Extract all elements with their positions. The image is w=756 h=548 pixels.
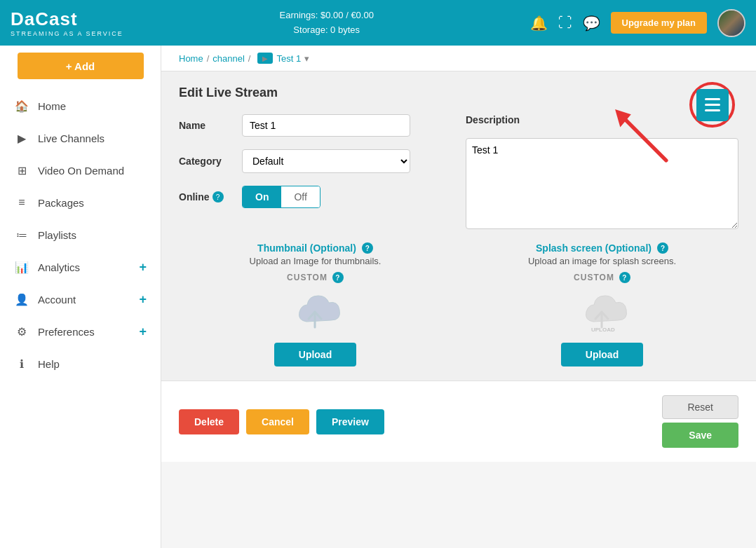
avatar[interactable] — [717, 9, 745, 37]
bell-icon[interactable]: 🔔 — [530, 15, 548, 32]
logo: DaCast STREAMING AS A SERVICE — [11, 8, 123, 37]
sidebar-item-help[interactable]: ℹ Help — [0, 348, 161, 380]
breadcrumb-channel[interactable]: channel — [212, 53, 245, 64]
hamburger-line-1 — [705, 98, 720, 100]
thumbnail-upload-button[interactable]: Upload — [274, 343, 356, 367]
category-row: Category Default Sports News Entertainme… — [179, 149, 452, 173]
splash-help-icon[interactable]: ? — [657, 242, 668, 254]
bar-chart-icon: 📊 — [14, 259, 29, 275]
analytics-plus-icon[interactable]: + — [139, 260, 147, 275]
hamburger-line-2 — [705, 104, 720, 106]
main-content: Home / channel / ▶ Test 1 ▾ Edit Live St… — [161, 46, 756, 548]
sidebar-label-help: Help — [38, 358, 60, 370]
gear-icon: ⚙ — [14, 324, 29, 339]
sidebar-item-preferences[interactable]: ⚙ Preferences + — [0, 315, 161, 348]
sidebar-label-analytics: Analytics — [38, 261, 80, 273]
name-input[interactable] — [242, 114, 410, 137]
form-left: Name Category Default Sports News Entert… — [179, 114, 452, 232]
edit-section: Edit Live Stream — [161, 71, 756, 381]
sidebar-item-packages[interactable]: ≡ Packages — [0, 186, 161, 219]
home-icon: 🏠 — [14, 98, 29, 114]
channel-icon: ▶ — [257, 53, 273, 64]
reset-button[interactable]: Reset — [662, 395, 738, 419]
splash-upload-button[interactable]: Upload — [561, 343, 643, 367]
online-row: Online ? On Off — [179, 186, 452, 208]
category-label: Category — [179, 156, 242, 167]
add-button[interactable]: + Add — [18, 53, 144, 79]
footer-right-buttons: Reset Save — [662, 395, 738, 448]
upgrade-button[interactable]: Upgrade my plan — [611, 12, 707, 34]
breadcrumb-home[interactable]: Home — [179, 53, 203, 64]
logo-title: DaCast — [11, 8, 123, 30]
playlists-icon: ≔ — [14, 227, 29, 242]
toggle-off-button[interactable]: Off — [281, 186, 319, 207]
splash-cloud-icon: UPLOAD — [574, 290, 630, 336]
red-arrow — [602, 103, 686, 173]
hamburger-highlight-circle — [689, 82, 735, 128]
thumbnail-cloud-icon — [288, 290, 344, 336]
sidebar-item-home[interactable]: 🏠 Home — [0, 90, 161, 122]
header-right: 🔔 ⛶ 💬 Upgrade my plan — [530, 9, 745, 37]
preview-button[interactable]: Preview — [316, 409, 384, 434]
sidebar-item-account[interactable]: 👤 Account + — [0, 283, 161, 315]
preferences-plus-icon[interactable]: + — [139, 324, 147, 339]
hamburger-line-3 — [705, 109, 720, 111]
toggle-on-button[interactable]: On — [243, 186, 281, 207]
svg-text:UPLOAD: UPLOAD — [591, 327, 615, 333]
fullscreen-icon[interactable]: ⛶ — [558, 15, 572, 31]
sidebar-label-vod: Video On Demand — [38, 165, 124, 177]
thumbnail-sub: Upload an Image for thumbnails. — [179, 256, 452, 266]
splash-custom-label: CUSTOM ? — [466, 272, 738, 283]
person-icon: 👤 — [14, 292, 29, 307]
thumbnail-title: Thumbnail (Optional) ? — [179, 242, 452, 254]
online-help-icon[interactable]: ? — [212, 191, 224, 203]
breadcrumb-current[interactable]: Test 1 — [276, 53, 301, 64]
account-plus-icon[interactable]: + — [139, 292, 147, 307]
packages-icon: ≡ — [14, 195, 29, 210]
sidebar-item-live-channels[interactable]: ▶ Live Channels — [0, 122, 161, 154]
chat-icon[interactable]: 💬 — [583, 15, 600, 32]
sidebar-label-live-channels: Live Channels — [38, 132, 104, 144]
sidebar-label-packages: Packages — [38, 197, 84, 209]
header-stats: Earnings: $0.00 / €0.00 Storage: 0 bytes — [279, 8, 373, 38]
layout: + Add 🏠 Home ▶ Live Channels ⊞ Video On … — [0, 46, 756, 548]
splash-custom-help-icon[interactable]: ? — [619, 272, 630, 283]
save-button[interactable]: Save — [662, 423, 738, 448]
name-row: Name — [179, 114, 452, 137]
thumbnail-custom-label: CUSTOM ? — [179, 272, 452, 283]
online-label: Online — [179, 191, 210, 203]
thumbnail-box: Thumbnail (Optional) ? Upload an Image f… — [179, 242, 452, 367]
sidebar-label-preferences: Preferences — [38, 326, 95, 338]
splash-title: Splash screen (Optional) ? — [466, 242, 738, 254]
footer-buttons: Delete Cancel Preview Reset Save — [161, 381, 756, 462]
storage-label: Storage: 0 bytes — [279, 23, 373, 38]
sidebar: + Add 🏠 Home ▶ Live Channels ⊞ Video On … — [0, 46, 161, 548]
play-circle-icon: ▶ — [14, 130, 29, 146]
name-label: Name — [179, 120, 242, 131]
hamburger-menu-button[interactable] — [696, 89, 729, 121]
upload-sections: Thumbnail (Optional) ? Upload an Image f… — [179, 242, 738, 367]
sidebar-label-playlists: Playlists — [38, 229, 76, 241]
sidebar-item-playlists[interactable]: ≔ Playlists — [0, 219, 161, 251]
category-select[interactable]: Default Sports News Entertainment Other — [242, 149, 410, 173]
thumbnail-help-icon[interactable]: ? — [362, 242, 373, 254]
thumbnail-custom-help-icon[interactable]: ? — [332, 272, 344, 283]
hamburger-container — [689, 82, 735, 128]
splash-box: Splash screen (Optional) ? Upload an ima… — [466, 242, 738, 367]
delete-button[interactable]: Delete — [179, 409, 239, 434]
description-label: Description — [466, 114, 529, 125]
sidebar-label-account: Account — [38, 294, 76, 306]
online-toggle-group: On Off — [242, 186, 320, 208]
header: DaCast STREAMING AS A SERVICE Earnings: … — [0, 0, 756, 46]
sidebar-label-home: Home — [38, 100, 66, 112]
grid-icon: ⊞ — [14, 163, 29, 178]
splash-sub: Upload an image for splash screens. — [466, 256, 738, 266]
earnings-label: Earnings: $0.00 / €0.00 — [279, 8, 373, 23]
logo-subtitle: STREAMING AS A SERVICE — [11, 30, 123, 37]
breadcrumb: Home / channel / ▶ Test 1 ▾ — [161, 46, 756, 71]
sidebar-item-analytics[interactable]: 📊 Analytics + — [0, 251, 161, 283]
svg-line-0 — [621, 116, 666, 160]
sidebar-item-vod[interactable]: ⊞ Video On Demand — [0, 154, 161, 186]
breadcrumb-dropdown-icon[interactable]: ▾ — [304, 53, 309, 64]
cancel-button[interactable]: Cancel — [246, 409, 309, 434]
